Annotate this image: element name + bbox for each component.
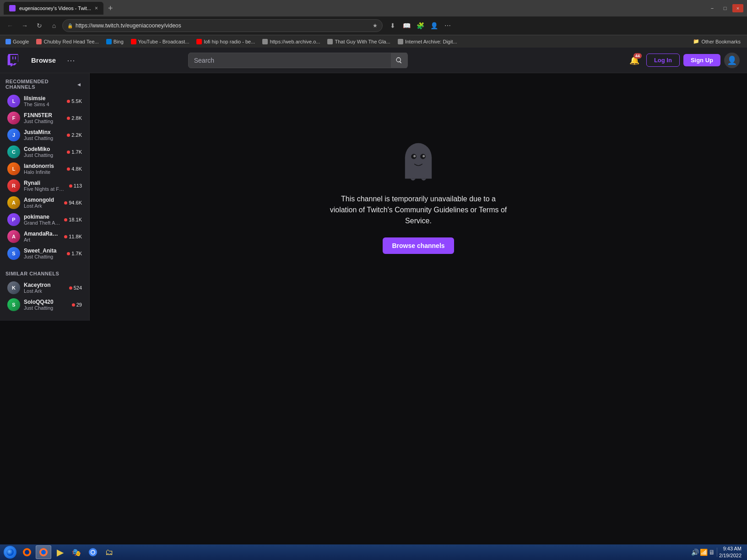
bookmark-google[interactable]: Google xyxy=(4,38,31,45)
tab-close-icon[interactable]: × xyxy=(95,5,98,11)
viewer-count: 18.1K xyxy=(69,217,82,222)
channel-viewers: 113 xyxy=(69,183,82,188)
browse-button[interactable]: Browse xyxy=(27,54,60,66)
twitch-app: Browse ⋯ 🔔 44 Log In Sign Up 👤 REC xyxy=(0,48,747,321)
live-dot xyxy=(72,303,75,307)
back-button[interactable]: ← xyxy=(4,19,16,32)
header-right: 🔔 44 Log In Sign Up 👤 xyxy=(626,52,740,69)
channel-viewers: 18.1K xyxy=(64,217,82,222)
channel-item-amandarachlee[interactable]: A AmandaRachLee Art 11.8K xyxy=(2,228,87,245)
channel-viewers: 1.7K xyxy=(67,149,82,155)
channel-name: pokimane xyxy=(24,214,60,220)
bookmark-chubby[interactable]: Chubby Red Head Tee... xyxy=(34,38,100,45)
bookmark-bing[interactable]: Bing xyxy=(104,38,125,45)
viewer-count: 2.8K xyxy=(71,115,82,121)
channel-item-asmongold[interactable]: A Asmongold Lost Ark 94.6K xyxy=(2,194,87,211)
bookmark-label-bing: Bing xyxy=(114,39,124,44)
taskbar-time: 9:43 AM xyxy=(719,545,742,552)
reading-list-icon[interactable]: 📖 xyxy=(400,19,413,32)
channel-viewers: 29 xyxy=(72,302,82,307)
bookmark-favicon-google xyxy=(5,39,11,44)
new-tab-button[interactable]: + xyxy=(105,4,116,13)
channel-item-soloqq420[interactable]: S SoloQQ420 Just Chatting 29 xyxy=(2,296,87,313)
folder-icon: 📁 xyxy=(693,38,699,44)
channel-item-f1nn5ter[interactable]: F F1NN5TER Just Chatting 2.8K xyxy=(2,110,87,126)
recommended-section-title: RECOMMENDED CHANNELS xyxy=(5,79,74,90)
channel-info: CodeMiko Just Chatting xyxy=(24,146,63,158)
bookmark-label-youtube: YouTube - Broadcast... xyxy=(138,39,189,44)
refresh-button[interactable]: ↻ xyxy=(33,19,46,32)
channel-item-landonorris[interactable]: L landonorris Halo Infinite 4.8K xyxy=(2,161,87,177)
notifications-button[interactable]: 🔔 44 xyxy=(626,52,643,69)
viewer-count: 524 xyxy=(74,285,82,291)
network-icon[interactable]: 📶 xyxy=(700,549,708,556)
channel-avatar: R xyxy=(7,179,20,192)
browser-titlebar: eugeniacooney's Videos - Twit... × + − □… xyxy=(0,0,747,16)
start-orb-icon xyxy=(4,546,16,559)
forward-button[interactable]: → xyxy=(18,19,31,32)
signup-button[interactable]: Sign Up xyxy=(683,54,720,66)
taskbar-firefox-icon[interactable] xyxy=(36,545,51,559)
channel-info: JustaMinx Just Chatting xyxy=(24,129,63,141)
taskbar-media-player-icon[interactable]: ▶ xyxy=(52,545,68,559)
address-bar[interactable]: 🔒 https://www.twitch.tv/eugeniacooney/vi… xyxy=(62,19,383,32)
browser-navbar: ← → ↻ ⌂ 🔒 https://www.twitch.tv/eugeniac… xyxy=(0,16,747,35)
taskbar-files-icon[interactable]: 🗂 xyxy=(102,545,117,559)
login-button[interactable]: Log In xyxy=(646,54,680,67)
bookmarks-other-folder[interactable]: 📁 Other Bookmarks xyxy=(690,38,743,45)
bookmark-internet-archive[interactable]: Internet Archive: Digit... xyxy=(396,38,459,45)
maximize-button[interactable]: □ xyxy=(720,4,731,12)
channel-name: CodeMiko xyxy=(24,146,63,152)
bookmark-favicon-internet-archive xyxy=(398,39,403,44)
bookmark-star-icon[interactable]: ★ xyxy=(373,22,378,29)
channel-item-codemiko[interactable]: C CodeMiko Just Chatting 1.7K xyxy=(2,144,87,160)
bookmark-youtube[interactable]: YouTube - Broadcast... xyxy=(129,38,191,45)
bookmark-archive[interactable]: https://web.archive.o... xyxy=(260,38,322,45)
channel-item-rynali[interactable]: R Rynali Five Nights at Fred... 113 xyxy=(2,178,87,194)
user-icon-button[interactable]: 👤 xyxy=(724,53,740,68)
minimize-button[interactable]: − xyxy=(707,4,718,12)
bookmark-label-internet-archive: Internet Archive: Digit... xyxy=(405,39,457,44)
live-dot xyxy=(69,286,72,290)
channel-avatar: S xyxy=(7,298,20,311)
taskbar-ie-icon[interactable] xyxy=(19,545,35,559)
url-text: https://www.twitch.tv/eugeniacooney/vide… xyxy=(76,22,181,29)
taskbar-chrome-icon[interactable] xyxy=(85,545,101,559)
bookmark-favicon-chubby xyxy=(36,39,42,44)
svg-point-8 xyxy=(25,550,29,555)
home-button[interactable]: ⌂ xyxy=(48,19,60,32)
extensions-icon[interactable]: 🧩 xyxy=(414,19,427,32)
profiles-icon[interactable]: 👤 xyxy=(428,19,440,32)
channel-item-lilsimsie[interactable]: L lilsimsie The Sims 4 5.5K xyxy=(2,93,87,109)
browser-tab-active[interactable]: eugeniacooney's Videos - Twit... × xyxy=(4,2,103,15)
search-button[interactable] xyxy=(391,53,407,68)
taskbar-right: 🔊 📶 🖥 9:43 AM 2/19/2022 xyxy=(691,545,745,560)
taskbar-clock[interactable]: 9:43 AM 2/19/2022 xyxy=(719,545,742,560)
channel-item-pokimane[interactable]: P pokimane Grand Theft Auto V 18.1K xyxy=(2,211,87,228)
bookmarks-bar: Google Chubby Red Head Tee... Bing YouTu… xyxy=(0,35,747,48)
similar-section-header: SIMILAR CHANNELS xyxy=(0,265,89,279)
browse-channels-button[interactable]: Browse channels xyxy=(383,237,454,254)
start-button[interactable] xyxy=(2,545,18,559)
close-button[interactable]: × xyxy=(732,4,743,12)
sidebar-collapse-button[interactable]: ◂ xyxy=(74,79,84,90)
display-icon[interactable]: 🖥 xyxy=(709,549,715,556)
channel-item-justaminx[interactable]: J JustaMinx Just Chatting 2.2K xyxy=(2,127,87,143)
svg-point-5 xyxy=(422,155,425,157)
bookmark-thatguy[interactable]: That Guy With The Gla... xyxy=(325,38,392,45)
channel-item-sweet_anita[interactable]: S Sweet_Anita Just Chatting 1.7K xyxy=(2,245,87,262)
channel-item-kaceytron[interactable]: K Kaceytron Lost Ark 524 xyxy=(2,280,87,296)
channel-info: F1NN5TER Just Chatting xyxy=(24,112,63,124)
nav-icons-right: ⬇ 📖 🧩 👤 ⋯ xyxy=(386,19,454,32)
taskbar-vlc-icon[interactable]: 🎭 xyxy=(69,545,84,559)
more-tools-icon[interactable]: ⋯ xyxy=(441,19,454,32)
bookmark-lofi[interactable]: lofi hip hop radio - be... xyxy=(195,38,257,45)
unavailable-message: This channel is temporarily unavailable … xyxy=(327,194,510,226)
search-input[interactable] xyxy=(194,57,387,64)
volume-icon[interactable]: 🔊 xyxy=(691,549,699,556)
twitch-logo[interactable] xyxy=(7,54,20,67)
channel-game: Just Chatting xyxy=(24,305,68,311)
viewer-count: 4.8K xyxy=(71,166,82,172)
downloads-icon[interactable]: ⬇ xyxy=(386,19,399,32)
header-menu-icon[interactable]: ⋯ xyxy=(67,55,75,65)
